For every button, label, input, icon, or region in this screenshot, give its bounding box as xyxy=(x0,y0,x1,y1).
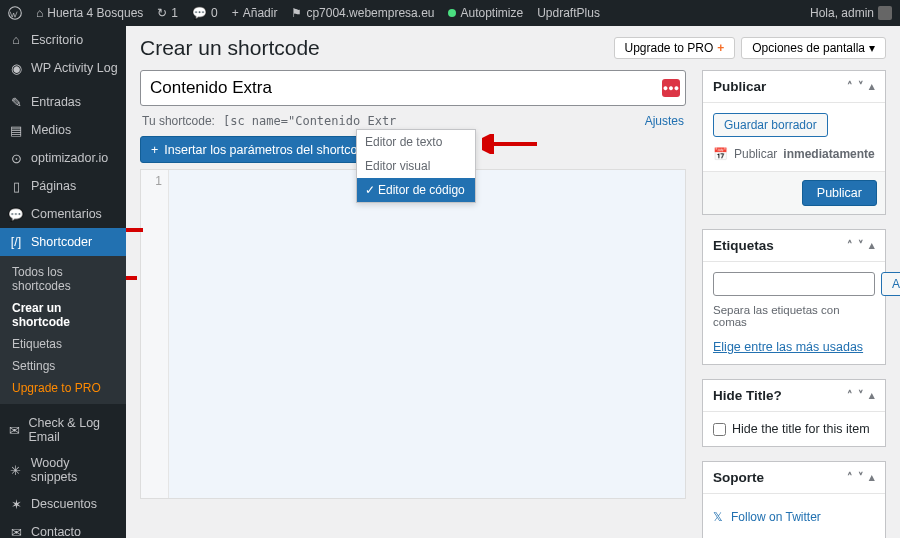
menu-shortcoder[interactable]: [/]Shortcoder xyxy=(0,228,126,256)
box-toggle-icon[interactable]: ▴ xyxy=(869,389,875,402)
sub-all-shortcodes[interactable]: Todos los shortcodes xyxy=(0,261,126,297)
site-name[interactable]: ⌂ Huerta 4 Bosques xyxy=(36,6,143,20)
menu-paginas[interactable]: ▯Páginas xyxy=(0,172,126,200)
twitter-link[interactable]: 𝕏Follow on Twitter xyxy=(713,504,875,530)
box-down-icon[interactable]: ˅ xyxy=(858,471,864,484)
updraft[interactable]: UpdraftPlus xyxy=(537,6,600,20)
tags-heading: Etiquetas xyxy=(713,238,774,253)
annotation-arrow-dropdown xyxy=(482,134,542,154)
autoptimize[interactable]: Autoptimize xyxy=(448,6,523,20)
snippet-icon: ✳ xyxy=(8,462,24,478)
updates[interactable]: ↻ 1 xyxy=(157,6,178,20)
menu-comentarios[interactable]: 💬Comentarios xyxy=(0,200,126,228)
option-text-editor[interactable]: Editor de texto xyxy=(357,130,475,154)
editor-type-dropdown: Editor de texto Editor visual ✓Editor de… xyxy=(356,129,476,203)
box-up-icon[interactable]: ˄ xyxy=(847,389,853,402)
hide-title-checkbox[interactable] xyxy=(713,423,726,436)
menu-activity-log[interactable]: ◉WP Activity Log xyxy=(0,54,126,82)
check-icon: ✓ xyxy=(365,183,375,197)
support-box: Soporte˄˅▴ 𝕏Follow on Twitter fFollow on… xyxy=(702,461,886,538)
page-icon: ▯ xyxy=(8,178,24,194)
facebook-link[interactable]: fFollow on Facebook xyxy=(713,530,875,538)
add-new[interactable]: + Añadir xyxy=(232,6,278,20)
sub-create-shortcode[interactable]: Crear un shortcode xyxy=(0,297,126,333)
main-content: Crear un shortcode Upgrade to PRO + Opci… xyxy=(126,26,900,538)
menu-optimizador[interactable]: ⊙optimizador.io xyxy=(0,144,126,172)
add-tag-button[interactable]: Añadir xyxy=(881,272,900,296)
title-badge-icon: ●●● xyxy=(662,79,680,97)
hide-title-label[interactable]: Hide the title for this item xyxy=(713,422,875,436)
publish-box: Publicar˄˅▴ Guardar borrador 📅Publicar i… xyxy=(702,70,886,215)
discount-icon: ✶ xyxy=(8,496,24,512)
hide-title-heading: Hide Title? xyxy=(713,388,782,403)
comment-icon: 💬 xyxy=(8,206,24,222)
menu-contacto[interactable]: ✉Contacto xyxy=(0,518,126,538)
wp-logo[interactable] xyxy=(8,6,22,20)
menu-medios[interactable]: ▤Medios xyxy=(0,116,126,144)
screen-options-button[interactable]: Opciones de pantalla ▾ xyxy=(741,37,886,59)
ajustes-link[interactable]: Ajustes xyxy=(645,114,684,128)
code-icon: [/] xyxy=(8,234,24,250)
greeting[interactable]: Hola, admin xyxy=(810,6,892,20)
shortcode-code: [sc name="Contenido Extr xyxy=(223,114,396,128)
shortcode-title-input[interactable] xyxy=(140,70,686,106)
media-icon: ▤ xyxy=(8,122,24,138)
code-editor[interactable]: 1 xyxy=(140,169,686,499)
menu-check-email[interactable]: ✉Check & Log Email xyxy=(0,410,126,450)
upgrade-pro-button[interactable]: Upgrade to PRO + xyxy=(614,37,736,59)
menu-escritorio[interactable]: ⌂Escritorio xyxy=(0,26,126,54)
menu-descuentos[interactable]: ✶Descuentos xyxy=(0,490,126,518)
box-up-icon[interactable]: ˄ xyxy=(847,471,853,484)
publish-heading: Publicar xyxy=(713,79,766,94)
sub-etiquetas[interactable]: Etiquetas xyxy=(0,333,126,355)
menu-entradas[interactable]: ✎Entradas xyxy=(0,88,126,116)
choose-popular-tags-link[interactable]: Elige entre las más usadas xyxy=(713,340,863,354)
box-toggle-icon[interactable]: ▴ xyxy=(869,80,875,93)
shortcode-label: Tu shortcode: xyxy=(142,114,215,128)
publish-button[interactable]: Publicar xyxy=(802,180,877,206)
admin-bar: ⌂ Huerta 4 Bosques ↻ 1 💬 0 + Añadir ⚑ cp… xyxy=(0,0,900,26)
pin-icon: ✎ xyxy=(8,94,24,110)
annotation-arrow-shortcoder xyxy=(126,220,146,240)
log-icon: ◉ xyxy=(8,60,24,76)
domain[interactable]: ⚑ cp7004.webempresa.eu xyxy=(291,6,434,20)
box-up-icon[interactable]: ˄ xyxy=(847,80,853,93)
menu-woody[interactable]: ✳Woody snippets xyxy=(0,450,126,490)
option-visual-editor[interactable]: Editor visual xyxy=(357,154,475,178)
save-draft-button[interactable]: Guardar borrador xyxy=(713,113,828,137)
comments-count[interactable]: 💬 0 xyxy=(192,6,218,20)
dashboard-icon: ⌂ xyxy=(8,32,24,48)
twitter-icon: 𝕏 xyxy=(713,510,723,524)
annotation-arrow-create xyxy=(126,268,140,288)
tag-input[interactable] xyxy=(713,272,875,296)
option-code-editor[interactable]: ✓Editor de código xyxy=(357,178,475,202)
box-down-icon[interactable]: ˅ xyxy=(858,389,864,402)
hide-title-box: Hide Title?˄˅▴ Hide the title for this i… xyxy=(702,379,886,447)
calendar-icon: 📅 xyxy=(713,147,728,161)
plus-icon: + xyxy=(717,41,724,55)
gear-icon: ⊙ xyxy=(8,150,24,166)
tags-hint: Separa las etiquetas con comas xyxy=(713,304,875,328)
sub-upgrade[interactable]: Upgrade to PRO xyxy=(0,377,126,399)
avatar-icon xyxy=(878,6,892,20)
admin-sidebar: ⌂Escritorio ◉WP Activity Log ✎Entradas ▤… xyxy=(0,26,126,538)
code-body[interactable] xyxy=(169,170,685,498)
box-down-icon[interactable]: ˅ xyxy=(858,80,864,93)
tags-box: Etiquetas˄˅▴ Añadir Separa las etiquetas… xyxy=(702,229,886,365)
contact-icon: ✉ xyxy=(8,524,24,538)
support-heading: Soporte xyxy=(713,470,764,485)
sub-settings[interactable]: Settings xyxy=(0,355,126,377)
box-down-icon[interactable]: ˅ xyxy=(858,239,864,252)
mail-icon: ✉ xyxy=(8,422,21,438)
box-up-icon[interactable]: ˄ xyxy=(847,239,853,252)
page-title: Crear un shortcode xyxy=(140,36,320,60)
box-toggle-icon[interactable]: ▴ xyxy=(869,471,875,484)
box-toggle-icon[interactable]: ▴ xyxy=(869,239,875,252)
plus-icon: + xyxy=(151,143,158,157)
submenu-shortcoder: Todos los shortcodes Crear un shortcode … xyxy=(0,256,126,404)
